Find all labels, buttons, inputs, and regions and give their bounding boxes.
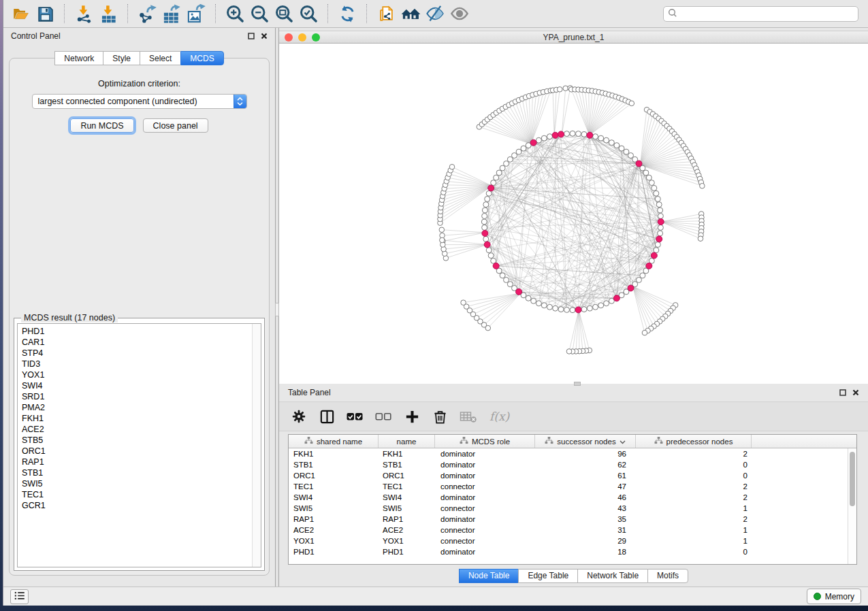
- table-tab[interactable]: Network Table: [577, 569, 647, 583]
- cell-name[interactable]: TEC1: [379, 482, 435, 491]
- table-scrollbar-thumb[interactable]: [850, 452, 855, 506]
- cell-mcds-role[interactable]: connector: [435, 504, 535, 512]
- cell-name[interactable]: RAP1: [379, 515, 435, 523]
- memory-button[interactable]: Memory: [807, 589, 861, 604]
- table-row[interactable]: TEC1 TEC1 connector 47 2: [289, 481, 856, 492]
- import-table-icon[interactable]: [97, 3, 120, 24]
- cell-name[interactable]: SWI4: [379, 493, 435, 501]
- cell-predecessor-nodes[interactable]: 0: [636, 461, 752, 469]
- table-row[interactable]: PHD1 PHD1 dominator 18 0: [289, 546, 856, 557]
- sort-chevron-icon[interactable]: [620, 437, 626, 446]
- cell-successor-nodes[interactable]: 18: [535, 548, 636, 556]
- control-panel-tab[interactable]: Select: [140, 51, 180, 65]
- mcds-list-scrollbar[interactable]: [252, 324, 261, 567]
- cell-shared-name[interactable]: PHD1: [289, 548, 379, 556]
- select-all-icon[interactable]: [346, 407, 364, 426]
- table-row[interactable]: YOX1 YOX1 connector 29 1: [289, 535, 856, 546]
- cell-shared-name[interactable]: ORC1: [289, 472, 379, 480]
- mcds-result-item[interactable]: ACE2: [22, 424, 248, 435]
- cell-mcds-role[interactable]: dominator: [435, 450, 535, 458]
- mcds-result-item[interactable]: STB1: [22, 467, 248, 478]
- mcds-result-item[interactable]: GCR1: [22, 500, 248, 511]
- mcds-result-item[interactable]: SRD1: [22, 391, 248, 402]
- split-column-icon[interactable]: [318, 407, 336, 426]
- mcds-result-item[interactable]: RAP1: [22, 457, 248, 467]
- mcds-result-item[interactable]: STP4: [22, 348, 248, 359]
- cell-shared-name[interactable]: RAP1: [289, 515, 379, 523]
- cell-successor-nodes[interactable]: 96: [535, 450, 636, 458]
- cell-successor-nodes[interactable]: 62: [535, 461, 636, 469]
- home-network-icon[interactable]: [399, 3, 422, 24]
- cell-predecessor-nodes[interactable]: 1: [636, 537, 752, 545]
- close-panel-button[interactable]: Close panel: [143, 118, 208, 133]
- close-panel-icon[interactable]: [852, 389, 859, 396]
- cell-mcds-role[interactable]: dominator: [435, 461, 535, 469]
- optimization-select[interactable]: largest connected component (undirected): [32, 94, 247, 109]
- cell-successor-nodes[interactable]: 35: [535, 515, 636, 523]
- cell-shared-name[interactable]: STB1: [289, 461, 379, 469]
- float-panel-icon[interactable]: [839, 389, 846, 396]
- table-row[interactable]: SWI4 SWI4 dominator 46 2: [289, 492, 856, 503]
- refresh-icon[interactable]: [336, 3, 359, 24]
- import-network-icon[interactable]: [72, 3, 95, 24]
- table-tab[interactable]: Motifs: [647, 569, 688, 583]
- close-panel-icon[interactable]: [261, 33, 268, 39]
- export-table-icon[interactable]: [160, 3, 183, 24]
- mcds-result-item[interactable]: SWI5: [22, 478, 248, 489]
- save-session-icon[interactable]: [33, 3, 57, 24]
- cell-name[interactable]: STB1: [379, 461, 435, 469]
- network-graph[interactable]: [279, 44, 868, 384]
- cell-name[interactable]: SWI5: [379, 504, 435, 512]
- cell-name[interactable]: ACE2: [379, 526, 435, 534]
- column-header[interactable]: MCDS role: [435, 435, 535, 448]
- network-canvas[interactable]: [279, 44, 868, 384]
- hide-detail-icon[interactable]: [423, 3, 447, 24]
- cell-name[interactable]: ORC1: [379, 472, 435, 480]
- zoom-fit-icon[interactable]: [272, 3, 295, 24]
- delete-table-icon[interactable]: [459, 407, 477, 426]
- run-mcds-button[interactable]: Run MCDS: [70, 118, 133, 133]
- cell-shared-name[interactable]: FKH1: [289, 450, 379, 458]
- maximize-window-button[interactable]: [312, 33, 320, 42]
- cell-mcds-role[interactable]: dominator: [435, 548, 535, 556]
- cell-predecessor-nodes[interactable]: 1: [636, 504, 752, 512]
- table-scrollbar[interactable]: [848, 448, 856, 564]
- search-input[interactable]: [681, 7, 854, 21]
- cell-successor-nodes[interactable]: 46: [535, 493, 636, 501]
- cell-shared-name[interactable]: SWI5: [289, 504, 379, 512]
- cell-mcds-role[interactable]: dominator: [435, 493, 535, 501]
- cell-successor-nodes[interactable]: 29: [535, 537, 636, 545]
- column-header[interactable]: predecessor nodes: [636, 435, 752, 448]
- mcds-result-item[interactable]: FKH1: [22, 413, 248, 424]
- column-header[interactable]: name: [379, 435, 435, 448]
- table-row[interactable]: ACE2 ACE2 connector 31 1: [289, 525, 856, 535]
- cell-name[interactable]: PHD1: [379, 548, 435, 556]
- column-header[interactable]: shared name: [289, 435, 379, 448]
- column-header[interactable]: successor nodes: [535, 435, 636, 448]
- cell-successor-nodes[interactable]: 43: [535, 504, 636, 512]
- export-image-icon[interactable]: [184, 3, 208, 24]
- cell-mcds-role[interactable]: connector: [435, 482, 535, 491]
- mcds-result-item[interactable]: YOX1: [22, 369, 248, 380]
- zoom-out-icon[interactable]: [248, 3, 271, 24]
- cell-shared-name[interactable]: ACE2: [289, 526, 379, 534]
- cell-name[interactable]: YOX1: [379, 537, 435, 545]
- cell-successor-nodes[interactable]: 47: [535, 482, 636, 491]
- cell-successor-nodes[interactable]: 61: [535, 472, 636, 480]
- delete-icon[interactable]: [431, 407, 449, 426]
- zoom-selected-icon[interactable]: [297, 3, 320, 24]
- table-tab[interactable]: Node Table: [459, 569, 519, 583]
- mcds-result-item[interactable]: STB5: [22, 435, 248, 446]
- birdseye-icon[interactable]: [448, 3, 471, 24]
- minimize-window-button[interactable]: [298, 33, 306, 42]
- control-panel-tab[interactable]: Style: [103, 51, 140, 65]
- mcds-result-item[interactable]: TEC1: [22, 489, 248, 500]
- horizontal-splitter-handle[interactable]: [574, 382, 581, 386]
- add-icon[interactable]: [403, 407, 421, 426]
- mcds-result-item[interactable]: TID3: [22, 359, 248, 369]
- cell-mcds-role[interactable]: dominator: [435, 472, 535, 480]
- cell-predecessor-nodes[interactable]: 0: [636, 472, 752, 480]
- table-row[interactable]: STB1 STB1 dominator 62 0: [289, 459, 856, 470]
- function-icon[interactable]: f(x): [487, 407, 511, 426]
- task-history-button[interactable]: [10, 589, 29, 604]
